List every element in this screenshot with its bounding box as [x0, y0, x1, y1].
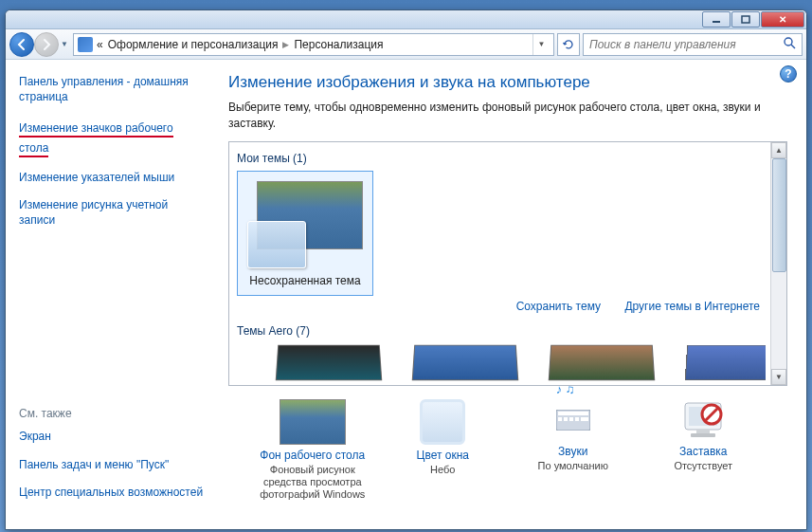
- svg-rect-7: [564, 417, 568, 421]
- sidebar-link-account-picture[interactable]: Изменение рисунка учетной записи: [19, 198, 206, 228]
- settings-row: Фон рабочего стола Фоновый рисунок средс…: [228, 399, 787, 502]
- see-also-taskbar[interactable]: Панель задач и меню "Пуск": [19, 458, 206, 473]
- see-also-display[interactable]: Экран: [19, 430, 206, 445]
- aero-theme-1[interactable]: [276, 344, 383, 380]
- nav-history-dropdown[interactable]: ▼: [59, 35, 70, 54]
- refresh-button[interactable]: [557, 33, 580, 56]
- aero-theme-2[interactable]: [412, 344, 519, 380]
- svg-rect-1: [742, 16, 749, 23]
- breadcrumb-part-2[interactable]: Персонализация: [294, 38, 383, 51]
- aero-theme-3[interactable]: [549, 344, 656, 380]
- page-subtitle: Выберите тему, чтобы одновременно измени…: [228, 100, 787, 132]
- main-content: Изменение изображения и звука на компьют…: [219, 60, 806, 529]
- other-themes-link[interactable]: Другие темы в Интернете: [624, 300, 760, 313]
- wallpaper-icon: [280, 399, 346, 445]
- titlebar: ✕: [6, 10, 806, 29]
- nav-back-button[interactable]: [9, 32, 34, 57]
- theme-label: Несохраненная тема: [242, 270, 369, 291]
- sidebar-link-mouse-pointers[interactable]: Изменение указателей мыши: [19, 171, 206, 186]
- breadcrumb-part-1[interactable]: Оформление и персонализация: [108, 38, 279, 51]
- scroll-thumb[interactable]: [772, 158, 786, 272]
- help-icon[interactable]: ?: [780, 65, 797, 83]
- wallpaper-title: Фон рабочего стола: [251, 449, 374, 462]
- theme-item-unsaved[interactable]: Несохраненная тема: [237, 171, 373, 296]
- breadcrumb-separator: ▶: [282, 40, 289, 49]
- svg-line-3: [791, 45, 795, 48]
- window-color-icon: [420, 399, 465, 445]
- sidebar: Панель управления - домашняя страница Из…: [6, 60, 219, 529]
- minimize-button[interactable]: [702, 11, 731, 28]
- my-themes-label: Мои темы (1): [237, 152, 766, 165]
- screensaver-subtitle: Отсутствует: [641, 460, 765, 472]
- sidebar-link-home[interactable]: Панель управления - домашняя страница: [19, 75, 206, 104]
- svg-rect-9: [575, 417, 579, 421]
- svg-rect-13: [696, 430, 710, 433]
- svg-rect-0: [713, 21, 720, 23]
- svg-rect-14: [691, 433, 715, 437]
- screensaver-icon: [677, 399, 730, 441]
- breadcrumb: « Оформление и персонализация ▶ Персонал…: [97, 38, 529, 51]
- address-bar[interactable]: « Оформление и персонализация ▶ Персонал…: [73, 33, 554, 56]
- screensaver-title: Заставка: [641, 445, 765, 458]
- close-button[interactable]: ✕: [761, 11, 804, 28]
- scroll-down-button[interactable]: ▼: [771, 369, 786, 385]
- control-panel-icon: [78, 37, 93, 52]
- scroll-up-button[interactable]: ▲: [771, 142, 786, 158]
- search-icon[interactable]: [783, 36, 796, 52]
- sounds-icon: ♪ ♫: [547, 399, 600, 441]
- window-color-button[interactable]: Цвет окна Небо: [381, 399, 504, 502]
- maximize-button[interactable]: [731, 11, 760, 28]
- screensaver-button[interactable]: Заставка Отсутствует: [641, 399, 765, 502]
- sounds-button[interactable]: ♪ ♫ Звуки По умолчанию: [512, 399, 635, 502]
- address-dropdown[interactable]: ▼: [532, 34, 550, 55]
- svg-rect-5: [558, 412, 588, 415]
- see-also-title: См. также: [19, 407, 206, 420]
- svg-point-2: [785, 38, 792, 46]
- sounds-subtitle: По умолчанию: [512, 460, 635, 472]
- sounds-title: Звуки: [512, 445, 635, 458]
- nav-forward-button[interactable]: [34, 32, 59, 57]
- svg-rect-8: [569, 417, 573, 421]
- breadcrumb-chevron[interactable]: «: [97, 38, 103, 51]
- sidebar-link-desktop-icons[interactable]: Изменение значков рабочего стола: [19, 121, 173, 157]
- svg-rect-10: [581, 417, 588, 421]
- navbar: ▼ « Оформление и персонализация ▶ Персон…: [6, 29, 806, 60]
- personalization-window: ✕ ▼ « Оформление и персонализация ▶ Перс…: [5, 9, 807, 530]
- page-title: Изменение изображения и звука на компьют…: [228, 73, 787, 92]
- see-also-ease-of-access[interactable]: Центр специальных возможностей: [19, 486, 206, 501]
- svg-rect-6: [558, 417, 562, 421]
- desktop-background-button[interactable]: Фон рабочего стола Фоновый рисунок средс…: [251, 399, 374, 502]
- themes-area: Мои темы (1) Несохраненная тема Сохранит…: [228, 141, 787, 386]
- search-bar[interactable]: [583, 33, 803, 56]
- search-input[interactable]: [589, 38, 783, 51]
- aero-theme-4[interactable]: [685, 344, 766, 380]
- window-color-title: Цвет окна: [381, 449, 504, 462]
- wallpaper-subtitle: Фоновый рисунок средства просмотра фотог…: [251, 464, 374, 502]
- save-theme-link[interactable]: Сохранить тему: [516, 300, 601, 313]
- theme-thumbnail: [247, 181, 363, 268]
- window-color-subtitle: Небо: [381, 464, 504, 476]
- aero-themes-label: Темы Aero (7): [237, 324, 766, 338]
- scrollbar[interactable]: ▲ ▼: [770, 142, 786, 385]
